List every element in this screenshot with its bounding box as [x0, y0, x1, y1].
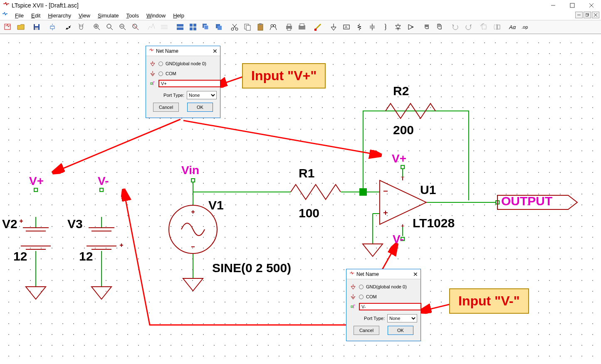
- tb-open[interactable]: [15, 21, 27, 33]
- dialog-close-button[interactable]: ✕: [213, 48, 218, 54]
- mdi-restore-button[interactable]: [584, 12, 591, 18]
- tb-ground[interactable]: [327, 21, 340, 33]
- menu-hierarchy[interactable]: Hierarchy: [45, 12, 74, 20]
- tb-cut[interactable]: [228, 21, 241, 33]
- tb-zoom-in[interactable]: [91, 21, 103, 33]
- mdi-close-button[interactable]: [592, 12, 599, 18]
- svg-rect-28: [258, 24, 263, 30]
- tb-drag[interactable]: [433, 21, 446, 33]
- net-output[interactable]: OUTPUT: [501, 194, 552, 208]
- net-vminus-left[interactable]: V-: [98, 175, 109, 188]
- tb-pan[interactable]: [104, 21, 116, 33]
- label-v1-func[interactable]: SINE(0 2 500): [212, 261, 291, 275]
- cancel-button[interactable]: Cancel: [354, 326, 379, 335]
- window-close-button[interactable]: [582, 0, 601, 11]
- tb-tile-horz[interactable]: [174, 21, 186, 33]
- tb-close-all[interactable]: [213, 21, 225, 33]
- svg-rect-6: [35, 27, 38, 30]
- ok-button[interactable]: OK: [187, 103, 213, 112]
- cancel-button[interactable]: Cancel: [153, 103, 179, 112]
- tb-print[interactable]: [283, 21, 295, 33]
- tb-autorange-x[interactable]: [145, 21, 158, 33]
- tb-control-panel[interactable]: [46, 21, 59, 33]
- menu-view[interactable]: View: [75, 12, 94, 20]
- tb-mirror[interactable]: [491, 21, 503, 33]
- netname-input[interactable]: [158, 80, 221, 87]
- radio-gnd[interactable]: [359, 285, 364, 289]
- mdi-doc-icon: [2, 12, 8, 19]
- svg-rect-41: [494, 25, 497, 29]
- tb-inductor[interactable]: [379, 21, 391, 33]
- radio-gnd[interactable]: [158, 61, 163, 66]
- label-v2-ref[interactable]: V2: [2, 217, 17, 231]
- menu-simulate[interactable]: Simulate: [94, 12, 122, 20]
- label-u1-ref[interactable]: U1: [420, 183, 436, 197]
- ok-button[interactable]: OK: [388, 326, 413, 335]
- label-v3-ref[interactable]: V3: [67, 217, 83, 231]
- tb-place-text[interactable]: Aα: [507, 21, 519, 33]
- menu-help[interactable]: Help: [170, 12, 188, 20]
- tb-spice-directive[interactable]: .op: [519, 21, 532, 33]
- tb-redo[interactable]: [462, 21, 475, 33]
- svg-rect-17: [193, 24, 196, 27]
- tb-zoom-fit[interactable]: [129, 21, 142, 33]
- label-v1-ref[interactable]: V1: [208, 198, 224, 212]
- net-vminus-right[interactable]: V-: [393, 233, 403, 246]
- dialog-close-button[interactable]: ✕: [413, 271, 418, 278]
- window-maximize-button[interactable]: [563, 0, 582, 11]
- net-vplus-left[interactable]: V+: [29, 175, 44, 188]
- netname-input[interactable]: [359, 303, 421, 310]
- tb-diode[interactable]: [392, 21, 404, 33]
- label-r2-ref[interactable]: R2: [393, 84, 409, 98]
- tb-capacitor[interactable]: [366, 21, 378, 33]
- label-r2-val[interactable]: 200: [393, 123, 414, 137]
- tb-zoom-out[interactable]: [116, 21, 129, 33]
- mdi-minimize-button[interactable]: [575, 12, 583, 18]
- tb-move[interactable]: [420, 21, 433, 33]
- svg-point-31: [273, 25, 276, 27]
- menu-window[interactable]: Window: [143, 12, 169, 20]
- tb-run[interactable]: [62, 21, 74, 33]
- window-minimize-button[interactable]: [544, 0, 563, 11]
- net-vin[interactable]: Vin: [181, 164, 199, 177]
- tb-new-schematic[interactable]: [2, 21, 14, 33]
- label-v2-val[interactable]: 12: [13, 249, 27, 263]
- tb-find[interactable]: [267, 21, 279, 33]
- tb-copy[interactable]: [241, 21, 254, 33]
- label-r1-ref[interactable]: R1: [299, 166, 314, 180]
- radio-gnd-label: GND(global node 0): [366, 284, 407, 289]
- svg-point-9: [69, 26, 70, 28]
- tb-draw-wire[interactable]: [312, 21, 324, 33]
- port-type-select[interactable]: None: [387, 314, 417, 322]
- label-v3-val[interactable]: 12: [79, 249, 93, 263]
- tb-rotate[interactable]: [478, 21, 490, 33]
- tb-label-net[interactable]: A: [340, 21, 353, 33]
- svg-rect-51: [496, 201, 499, 204]
- tb-cascade[interactable]: [200, 21, 212, 33]
- tb-halt[interactable]: [75, 21, 87, 33]
- svg-rect-33: [287, 24, 291, 26]
- radio-com[interactable]: [158, 71, 163, 76]
- tb-paste[interactable]: [254, 21, 267, 33]
- dialog-icon: [148, 48, 154, 54]
- menu-tools[interactable]: Tools: [123, 12, 142, 20]
- schematic-canvas[interactable]: V2 12 V3 12 V1 SINE(0 2 500) R1 100 R2 2…: [0, 34, 601, 364]
- tb-resistor[interactable]: [353, 21, 366, 33]
- svg-rect-42: [497, 25, 500, 29]
- tb-undo[interactable]: [449, 21, 462, 33]
- menu-edit[interactable]: Edit: [28, 12, 44, 20]
- tb-setup[interactable]: [296, 21, 308, 33]
- svg-rect-49: [401, 165, 404, 169]
- label-r1-val[interactable]: 100: [299, 206, 319, 220]
- menu-file[interactable]: File: [12, 12, 27, 20]
- svg-rect-45: [359, 188, 367, 196]
- port-type-select[interactable]: None: [187, 91, 217, 99]
- radio-com[interactable]: [359, 295, 364, 299]
- tb-component[interactable]: [405, 21, 417, 33]
- dialog-icon: [349, 271, 355, 277]
- tb-tile-vert[interactable]: [187, 21, 199, 33]
- net-vplus-right[interactable]: V+: [392, 152, 406, 165]
- label-u1-model[interactable]: LT1028: [413, 216, 455, 230]
- tb-autorange-y[interactable]: [158, 21, 171, 33]
- tb-save[interactable]: [30, 21, 43, 33]
